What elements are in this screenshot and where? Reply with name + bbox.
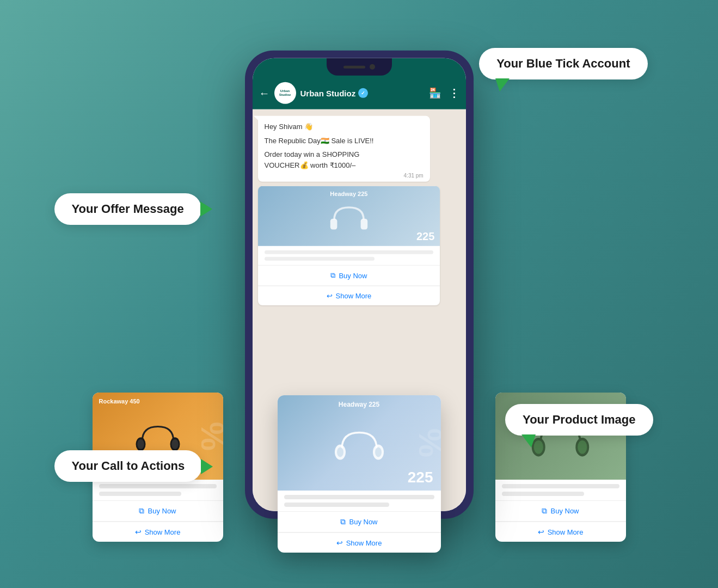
product-image-callout: Your Product Image (505, 404, 653, 436)
notch-camera (370, 64, 375, 70)
blue-tick-callout: Your Blue Tick Account (479, 48, 647, 79)
center-card-image: Headway 225 225 % (278, 395, 441, 491)
message-line2: Order today win a SHOPPING (265, 149, 424, 160)
left-card-body (93, 480, 223, 500)
notch-speaker (343, 65, 365, 68)
left-line-2 (99, 492, 181, 496)
chat-card-actions: ⧉ Buy Now ↩ Show More (258, 266, 440, 305)
left-card-name: Rockaway 450 (99, 398, 140, 405)
cta-callout: Your Call to Actions (54, 450, 202, 482)
right-buy-now-btn[interactable]: ⧉ Buy Now (495, 501, 626, 522)
right-line-1 (502, 484, 619, 488)
chat-product-img: Headway 225 225 (258, 186, 440, 246)
svg-rect-1 (360, 219, 367, 230)
center-ext-icon: ⧉ (340, 517, 346, 526)
bubble-content: Hey Shivam 👋 The Republic Day🇮🇳 Sale is … (265, 121, 424, 170)
header-actions: 🏪 ⋮ (429, 87, 459, 100)
headphones-center-icon (332, 422, 386, 464)
blue-tick-label: Your Blue Tick Account (496, 57, 630, 71)
chat-product-body (258, 246, 440, 265)
svg-point-5 (171, 439, 179, 449)
external-link-icon: ⧉ (330, 271, 335, 280)
right-card-actions: ⧉ Buy Now ↩ Show More (495, 501, 626, 542)
center-card-title: Headway 225 (339, 401, 379, 408)
svg-rect-0 (330, 219, 337, 230)
right-line-2 (502, 492, 584, 496)
brand-avatar: UrbanStudioz (274, 82, 296, 104)
svg-point-13 (578, 440, 587, 454)
right-show-more-btn[interactable]: ↩ Show More (495, 522, 626, 542)
chat-product-card: Headway 225 225 (258, 186, 440, 305)
message-bubble: Hey Shivam 👋 The Republic Day🇮🇳 Sale is … (258, 116, 430, 182)
left-buy-now-btn[interactable]: ⧉ Buy Now (93, 501, 223, 522)
headphones-icon-chat (324, 197, 373, 235)
product-card-center: Headway 225 225 % ⧉ Buy Now (278, 395, 441, 553)
center-line-2 (284, 503, 389, 507)
message-time: 4:31 pm (265, 173, 424, 179)
left-card-actions: ⧉ Buy Now ↩ Show More (93, 501, 223, 542)
svg-point-9 (375, 447, 382, 457)
center-buy-now-label: Buy Now (349, 518, 377, 526)
chat-product-price: 225 (416, 230, 434, 243)
show-more-label: Show More (336, 292, 372, 300)
cta-label: Your Call to Actions (72, 459, 185, 473)
left-show-more-label: Show More (145, 528, 181, 536)
center-reply-icon: ↩ (336, 538, 343, 547)
message-line1: The Republic Day🇮🇳 Sale is LIVE!! (265, 135, 424, 146)
chat-show-more-btn[interactable]: ↩ Show More (258, 286, 440, 305)
phone-notch (327, 58, 392, 76)
center-card-body (278, 491, 441, 511)
menu-icon[interactable]: ⋮ (449, 87, 459, 100)
right-card-body (495, 480, 626, 500)
center-show-more-btn[interactable]: ↩ Show More (278, 533, 441, 553)
message-line-greeting: Hey Shivam 👋 (265, 121, 424, 132)
brand-name: Urban Studioz (300, 88, 356, 97)
left-show-more-btn[interactable]: ↩ Show More (93, 522, 223, 542)
percent-overlay-center: % (419, 395, 441, 491)
offer-arrow (200, 201, 212, 217)
svg-point-4 (137, 439, 144, 449)
reply-icon: ↩ (327, 292, 333, 300)
main-scene: ← UrbanStudioz Urban Studioz ✓ 🏪 ⋮ (60, 27, 659, 561)
chat-product-title: Headway 225 (330, 191, 367, 197)
chat-buy-now-btn[interactable]: ⧉ Buy Now (258, 266, 440, 286)
right-buy-now-label: Buy Now (550, 507, 579, 515)
headphones-left-icon (133, 417, 182, 455)
svg-point-8 (337, 447, 343, 457)
right-show-more-label: Show More (548, 528, 584, 536)
product-image-label: Your Product Image (523, 413, 635, 427)
product-image-arrow (521, 434, 536, 448)
center-line-1 (284, 495, 434, 499)
left-line-1 (99, 484, 217, 488)
buy-now-label: Buy Now (339, 271, 367, 279)
center-buy-now-btn[interactable]: ⧉ Buy Now (278, 512, 441, 532)
left-ext-icon: ⧉ (139, 506, 144, 516)
offer-message-label: Your Offer Message (72, 202, 184, 216)
center-card-actions: ⧉ Buy Now ↩ Show More (278, 512, 441, 553)
verified-badge: ✓ (358, 88, 368, 98)
blue-tick-arrow (495, 78, 510, 91)
offer-message-callout: Your Offer Message (54, 193, 201, 225)
back-button[interactable]: ← (259, 87, 270, 99)
center-show-more-label: Show More (346, 539, 382, 547)
check-icon: ✓ (361, 90, 365, 96)
brand-name-row: Urban Studioz ✓ (300, 88, 425, 98)
left-buy-now-label: Buy Now (148, 507, 176, 515)
message-line3: VOUCHER💰 worth ₹1000/– (265, 160, 424, 170)
product-line-2 (265, 257, 375, 261)
left-reply-icon: ↩ (135, 528, 142, 536)
right-reply-icon: ↩ (538, 528, 544, 536)
cta-arrow (201, 459, 213, 474)
product-line-1 (265, 250, 434, 254)
right-ext-icon: ⧉ (542, 506, 547, 516)
store-icon[interactable]: 🏪 (429, 87, 441, 99)
